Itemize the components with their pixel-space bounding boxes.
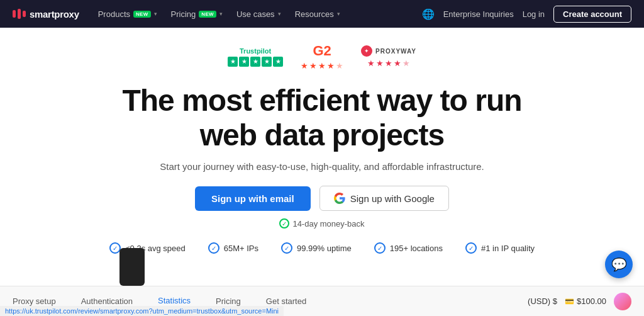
features-row: ✓ <0.3s avg speed ✓ 65M+ IPs ✓ 99.99% up… bbox=[84, 242, 560, 254]
cta-row: Sign up with email Sign up with Google bbox=[195, 186, 449, 211]
pw-star-4: ★ bbox=[394, 59, 401, 68]
logo[interactable]: smartproxy bbox=[13, 9, 79, 20]
feature-uptime-check-icon: ✓ bbox=[281, 242, 292, 254]
resources-chevron-icon: ▾ bbox=[337, 11, 340, 17]
logo-bar-3 bbox=[23, 11, 26, 17]
products-badge: NEW bbox=[133, 11, 151, 18]
pw-star-5: ★ bbox=[402, 59, 410, 68]
nav-use-cases-label: Use cases bbox=[236, 9, 275, 19]
amount-display: 💳 $100.00 bbox=[565, 296, 606, 306]
feature-ips-text: 65M+ IPs bbox=[224, 244, 258, 253]
money-back-check-icon: ✓ bbox=[279, 218, 289, 229]
feature-locations: ✓ 195+ locations bbox=[374, 242, 443, 254]
tp-star-2: ★ bbox=[239, 57, 249, 67]
logo-bar-2 bbox=[18, 9, 21, 19]
g2-stars: ★ ★ ★ ★ ★ bbox=[301, 61, 343, 71]
hero-headline: The most efficient way to run web data p… bbox=[122, 83, 521, 152]
g2-star-5: ★ bbox=[336, 61, 343, 71]
trustpilot-rating: Trustpilot ★ ★ ★ ★ ★ bbox=[228, 47, 283, 67]
bottom-right-controls: (USD) $ 💳 $100.00 bbox=[528, 293, 631, 310]
nav-resources[interactable]: Resources ▾ bbox=[289, 6, 347, 23]
feature-quality-check-icon: ✓ bbox=[465, 242, 477, 254]
pw-star-3: ★ bbox=[385, 59, 392, 68]
g2-star-4: ★ bbox=[327, 61, 335, 71]
balance-icon: 💳 bbox=[565, 297, 574, 306]
g2-logo: G2 bbox=[313, 43, 331, 59]
login-link[interactable]: Log in bbox=[523, 9, 545, 19]
proxyway-shield-icon: ✦ bbox=[361, 45, 372, 57]
products-chevron-icon: ▾ bbox=[154, 11, 157, 17]
proxyway-label: PROXYWAY bbox=[375, 48, 416, 55]
logo-bar-1 bbox=[13, 10, 16, 18]
hero-section: Trustpilot ★ ★ ★ ★ ★ G2 ★ ★ ★ bbox=[0, 28, 644, 254]
feature-quality-text: #1 in IP quality bbox=[481, 244, 535, 253]
g2-star-3: ★ bbox=[318, 61, 326, 71]
feature-ips: ✓ 65M+ IPs bbox=[208, 242, 258, 254]
nav-products[interactable]: Products NEW ▾ bbox=[92, 6, 164, 23]
nav-pricing-label: Pricing bbox=[171, 9, 196, 19]
logo-icon bbox=[13, 9, 26, 19]
navbar: smartproxy Products NEW ▾ Pricing NEW ▾ … bbox=[0, 0, 644, 28]
trustpilot-stars: ★ ★ ★ ★ ★ bbox=[228, 57, 283, 67]
signup-email-button[interactable]: Sign up with email bbox=[195, 186, 311, 211]
pricing-badge: NEW bbox=[199, 11, 216, 18]
user-avatar[interactable] bbox=[614, 293, 631, 310]
nav-right: 🌐 Enterprise Inquiries Log in Create acc… bbox=[422, 6, 631, 23]
nav-use-cases[interactable]: Use cases ▾ bbox=[230, 6, 287, 23]
ratings-row: Trustpilot ★ ★ ★ ★ ★ G2 ★ ★ ★ bbox=[228, 43, 416, 71]
signup-google-label: Sign up with Google bbox=[350, 193, 435, 204]
g2-header: G2 bbox=[313, 43, 331, 59]
create-account-button[interactable]: Create account bbox=[553, 6, 631, 23]
enterprise-link[interactable]: Enterprise Inquiries bbox=[443, 9, 514, 19]
proxyway-rating: ✦ PROXYWAY ★ ★ ★ ★ ★ bbox=[361, 45, 416, 68]
balance-amount: $100.00 bbox=[577, 296, 606, 306]
pw-star-2: ★ bbox=[376, 59, 384, 68]
pricing-chevron-icon: ▾ bbox=[219, 11, 223, 17]
chat-bubble-button[interactable]: 💬 bbox=[605, 251, 633, 278]
feature-locations-text: 195+ locations bbox=[390, 244, 443, 253]
chat-icon: 💬 bbox=[611, 257, 627, 272]
tp-star-5: ★ bbox=[273, 57, 283, 67]
currency-selector[interactable]: (USD) $ bbox=[528, 296, 557, 306]
pw-star-1: ★ bbox=[367, 59, 375, 68]
g2-rating: G2 ★ ★ ★ ★ ★ bbox=[301, 43, 343, 71]
feature-uptime-text: 99.99% uptime bbox=[297, 244, 352, 253]
feature-quality: ✓ #1 in IP quality bbox=[465, 242, 535, 254]
money-back-row: ✓ 14-day money-back bbox=[279, 218, 364, 229]
use-cases-chevron-icon: ▾ bbox=[278, 11, 281, 17]
status-url: https://uk.trustpilot.com/review/smartpr… bbox=[5, 307, 279, 315]
google-icon bbox=[334, 193, 345, 204]
logo-text: smartproxy bbox=[30, 9, 79, 20]
g2-star-2: ★ bbox=[309, 61, 317, 71]
nav-items: Products NEW ▾ Pricing NEW ▾ Use cases ▾… bbox=[92, 6, 422, 23]
nav-pricing[interactable]: Pricing NEW ▾ bbox=[165, 6, 229, 23]
headline-line1: The most efficient way to run bbox=[122, 84, 521, 117]
feature-uptime: ✓ 99.99% uptime bbox=[281, 242, 352, 254]
feature-ips-check-icon: ✓ bbox=[208, 242, 219, 254]
feature-locations-check-icon: ✓ bbox=[374, 242, 386, 254]
money-back-text: 14-day money-back bbox=[292, 219, 364, 229]
g2-star-1: ★ bbox=[301, 61, 308, 71]
status-bar: https://uk.trustpilot.com/review/smartpr… bbox=[0, 306, 284, 316]
hero-subheadline: Start your journey with easy-to-use, hig… bbox=[160, 161, 484, 172]
nav-resources-label: Resources bbox=[295, 9, 334, 19]
proxyway-stars: ★ ★ ★ ★ ★ bbox=[367, 59, 410, 68]
trustpilot-header: Trustpilot bbox=[240, 47, 271, 55]
proxyway-header: ✦ PROXYWAY bbox=[361, 45, 416, 57]
tp-star-3: ★ bbox=[250, 57, 260, 67]
signup-google-button[interactable]: Sign up with Google bbox=[319, 186, 449, 211]
trustpilot-label: Trustpilot bbox=[240, 47, 271, 55]
nav-products-label: Products bbox=[98, 9, 130, 19]
tp-star-4: ★ bbox=[262, 57, 272, 67]
headline-line2: web data projects bbox=[200, 118, 444, 152]
language-icon[interactable]: 🌐 bbox=[422, 8, 435, 20]
tp-star-1: ★ bbox=[228, 57, 238, 67]
phone-mockup bbox=[119, 248, 145, 286]
